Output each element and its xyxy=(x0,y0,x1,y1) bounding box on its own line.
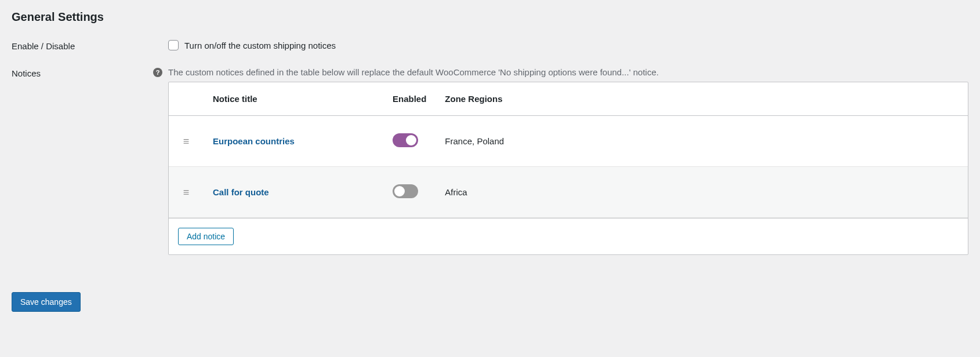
notices-table: Notice title Enabled Zone Regions ≡ Eurp… xyxy=(169,82,968,218)
notices-help-text: The custom notices defined in the table … xyxy=(168,67,659,77)
enable-disable-label: Enable / Disable xyxy=(12,40,168,51)
zone-cell: Africa xyxy=(435,167,968,218)
page-title: General Settings xyxy=(12,10,968,24)
notices-help-row: ? The custom notices defined in the tabl… xyxy=(153,67,968,77)
notice-title-link[interactable]: Call for quote xyxy=(213,187,269,197)
table-row: ≡ Call for quote Africa xyxy=(169,167,968,218)
header-zone: Zone Regions xyxy=(435,82,968,116)
header-enabled: Enabled xyxy=(383,82,435,116)
header-drag xyxy=(169,82,204,116)
save-button[interactable]: Save changes xyxy=(12,292,81,312)
notices-row: Notices ? The custom notices defined in … xyxy=(12,67,968,255)
notices-panel: Notice title Enabled Zone Regions ≡ Eurp… xyxy=(168,82,968,255)
table-row: ≡ Eurpoean countries France, Poland xyxy=(169,116,968,167)
zone-cell: France, Poland xyxy=(435,116,968,167)
help-icon[interactable]: ? xyxy=(153,68,162,77)
enable-checkbox[interactable] xyxy=(168,40,179,50)
enabled-toggle[interactable] xyxy=(393,184,418,198)
notices-label: Notices xyxy=(12,67,168,78)
table-footer: Add notice xyxy=(169,218,968,254)
drag-handle-icon[interactable]: ≡ xyxy=(183,136,190,147)
header-title: Notice title xyxy=(204,82,383,116)
enable-checkbox-label: Turn on/off the custom shipping notices xyxy=(184,41,336,50)
notice-title-link[interactable]: Eurpoean countries xyxy=(213,136,295,146)
drag-handle-icon[interactable]: ≡ xyxy=(183,187,190,198)
table-header-row: Notice title Enabled Zone Regions xyxy=(169,82,968,116)
add-notice-button[interactable]: Add notice xyxy=(178,228,234,245)
enable-disable-row: Enable / Disable Turn on/off the custom … xyxy=(12,40,968,51)
enabled-toggle[interactable] xyxy=(393,133,418,147)
enable-checkbox-wrap[interactable]: Turn on/off the custom shipping notices xyxy=(168,40,968,50)
